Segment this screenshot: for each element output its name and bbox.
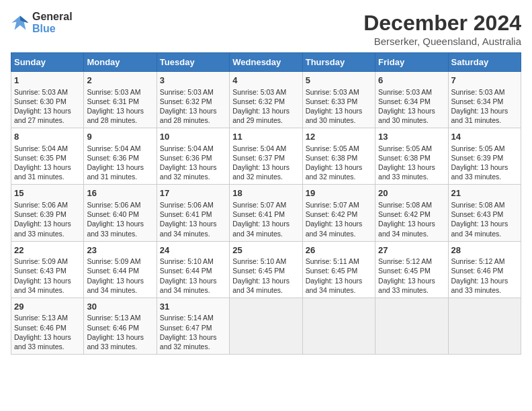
cell-info: and 28 minutes. bbox=[160, 116, 226, 125]
day-number: 4 bbox=[232, 75, 299, 87]
cell-info: Sunrise: 5:06 AM bbox=[160, 200, 226, 210]
calendar-cell: 29Sunrise: 5:13 AMSunset: 6:46 PMDayligh… bbox=[11, 298, 84, 354]
cell-info: Sunrise: 5:04 AM bbox=[160, 144, 226, 153]
cell-info: Daylight: 13 hours bbox=[160, 106, 226, 116]
calendar-cell: 12Sunrise: 5:05 AMSunset: 6:38 PMDayligh… bbox=[302, 128, 375, 185]
cell-info: Sunrise: 5:03 AM bbox=[378, 87, 445, 97]
day-number: 24 bbox=[160, 244, 226, 257]
calendar-cell: 2Sunrise: 5:03 AMSunset: 6:31 PMDaylight… bbox=[84, 72, 157, 128]
calendar-cell: 4Sunrise: 5:03 AMSunset: 6:32 PMDaylight… bbox=[230, 72, 302, 128]
day-number: 15 bbox=[14, 187, 81, 199]
cell-info: Daylight: 13 hours bbox=[14, 276, 81, 285]
calendar-header-row: SundayMondayTuesdayWednesdayThursdayFrid… bbox=[11, 53, 521, 72]
day-number: 3 bbox=[160, 75, 226, 87]
cell-info: Sunrise: 5:06 AM bbox=[14, 200, 81, 210]
cell-info: Sunrise: 5:10 AM bbox=[160, 257, 226, 266]
cell-info: Sunset: 6:39 PM bbox=[14, 210, 81, 219]
cell-info: and 34 minutes. bbox=[160, 285, 226, 295]
cell-info: Daylight: 13 hours bbox=[306, 106, 372, 116]
day-header-tuesday: Tuesday bbox=[157, 53, 229, 72]
calendar-cell: 7Sunrise: 5:03 AMSunset: 6:34 PMDaylight… bbox=[448, 72, 521, 128]
cell-info: Daylight: 13 hours bbox=[451, 163, 518, 172]
cell-info: Daylight: 13 hours bbox=[14, 106, 81, 116]
calendar-cell bbox=[230, 298, 302, 354]
cell-info: Daylight: 13 hours bbox=[306, 163, 372, 172]
cell-info: Sunrise: 5:12 AM bbox=[451, 257, 518, 266]
calendar-cell bbox=[448, 298, 521, 354]
calendar-cell: 26Sunrise: 5:11 AMSunset: 6:45 PMDayligh… bbox=[302, 241, 375, 298]
cell-info: Sunset: 6:47 PM bbox=[160, 323, 226, 332]
cell-info: Daylight: 13 hours bbox=[232, 106, 299, 116]
cell-info: Sunrise: 5:06 AM bbox=[87, 200, 153, 210]
day-number: 21 bbox=[451, 187, 518, 199]
cell-info: and 32 minutes. bbox=[160, 172, 226, 181]
calendar-cell: 17Sunrise: 5:06 AMSunset: 6:41 PMDayligh… bbox=[157, 185, 229, 241]
cell-info: Daylight: 13 hours bbox=[451, 219, 518, 228]
cell-info: Sunset: 6:31 PM bbox=[87, 97, 153, 106]
cell-info: Sunset: 6:45 PM bbox=[306, 266, 372, 275]
cell-info: Sunset: 6:45 PM bbox=[378, 266, 445, 275]
day-number: 25 bbox=[232, 244, 299, 257]
cell-info: Daylight: 13 hours bbox=[378, 106, 445, 116]
title-block: December 2024 Berserker, Queensland, Aus… bbox=[363, 11, 521, 47]
calendar-cell: 30Sunrise: 5:13 AMSunset: 6:46 PMDayligh… bbox=[84, 298, 157, 354]
cell-info: Daylight: 13 hours bbox=[306, 276, 372, 285]
cell-info: and 34 minutes. bbox=[306, 229, 372, 238]
cell-info: Daylight: 13 hours bbox=[87, 106, 153, 116]
cell-info: Sunrise: 5:03 AM bbox=[160, 87, 226, 97]
day-header-saturday: Saturday bbox=[448, 53, 521, 72]
cell-info: Daylight: 13 hours bbox=[232, 276, 299, 285]
calendar-cell: 9Sunrise: 5:04 AMSunset: 6:36 PMDaylight… bbox=[84, 128, 157, 185]
calendar-row: 8Sunrise: 5:04 AMSunset: 6:35 PMDaylight… bbox=[11, 128, 521, 185]
cell-info: Daylight: 13 hours bbox=[232, 219, 299, 228]
cell-info: Daylight: 13 hours bbox=[451, 106, 518, 116]
day-number: 28 bbox=[451, 244, 518, 257]
cell-info: and 33 minutes. bbox=[14, 342, 81, 351]
cell-info: Sunset: 6:32 PM bbox=[232, 97, 299, 106]
cell-info: Sunrise: 5:14 AM bbox=[160, 313, 226, 322]
cell-info: Daylight: 13 hours bbox=[378, 276, 445, 285]
day-number: 31 bbox=[160, 301, 226, 313]
cell-info: and 31 minutes. bbox=[451, 116, 518, 125]
cell-info: and 33 minutes. bbox=[14, 229, 81, 238]
calendar-cell: 19Sunrise: 5:07 AMSunset: 6:42 PMDayligh… bbox=[302, 185, 375, 241]
day-number: 20 bbox=[378, 187, 445, 199]
cell-info: Sunset: 6:45 PM bbox=[232, 266, 299, 275]
cell-info: Sunset: 6:36 PM bbox=[87, 153, 153, 163]
cell-info: Daylight: 13 hours bbox=[87, 163, 153, 172]
cell-info: Sunset: 6:37 PM bbox=[232, 153, 299, 163]
day-header-wednesday: Wednesday bbox=[230, 53, 302, 72]
cell-info: and 33 minutes. bbox=[451, 285, 518, 295]
day-header-thursday: Thursday bbox=[302, 53, 375, 72]
cell-info: Daylight: 13 hours bbox=[87, 219, 153, 228]
cell-info: Sunset: 6:43 PM bbox=[451, 210, 518, 219]
cell-info: Sunset: 6:35 PM bbox=[14, 153, 81, 163]
day-number: 12 bbox=[306, 131, 372, 143]
cell-info: Sunrise: 5:10 AM bbox=[232, 257, 299, 266]
cell-info: Sunrise: 5:05 AM bbox=[451, 144, 518, 153]
cell-info: and 33 minutes. bbox=[378, 172, 445, 181]
cell-info: Daylight: 13 hours bbox=[87, 332, 153, 342]
calendar-cell: 6Sunrise: 5:03 AMSunset: 6:34 PMDaylight… bbox=[375, 72, 448, 128]
day-number: 22 bbox=[14, 244, 81, 257]
day-number: 13 bbox=[378, 131, 445, 143]
cell-info: Sunset: 6:34 PM bbox=[451, 97, 518, 106]
cell-info: and 32 minutes. bbox=[306, 172, 372, 181]
day-number: 11 bbox=[232, 131, 299, 143]
cell-info: Sunset: 6:38 PM bbox=[378, 153, 445, 163]
cell-info: Sunrise: 5:08 AM bbox=[451, 200, 518, 210]
cell-info: Daylight: 13 hours bbox=[160, 163, 226, 172]
cell-info: and 34 minutes. bbox=[451, 229, 518, 238]
cell-info: Sunset: 6:42 PM bbox=[378, 210, 445, 219]
day-number: 1 bbox=[14, 75, 81, 87]
cell-info: and 34 minutes. bbox=[378, 229, 445, 238]
cell-info: Sunset: 6:44 PM bbox=[87, 266, 153, 275]
cell-info: Daylight: 13 hours bbox=[160, 219, 226, 228]
calendar-cell: 31Sunrise: 5:14 AMSunset: 6:47 PMDayligh… bbox=[157, 298, 229, 354]
cell-info: Daylight: 13 hours bbox=[14, 332, 81, 342]
cell-info: Sunrise: 5:03 AM bbox=[87, 87, 153, 97]
cell-info: Sunset: 6:36 PM bbox=[160, 153, 226, 163]
calendar-cell: 22Sunrise: 5:09 AMSunset: 6:43 PMDayligh… bbox=[11, 241, 84, 298]
cell-info: Sunrise: 5:03 AM bbox=[14, 87, 81, 97]
day-number: 26 bbox=[306, 244, 372, 257]
